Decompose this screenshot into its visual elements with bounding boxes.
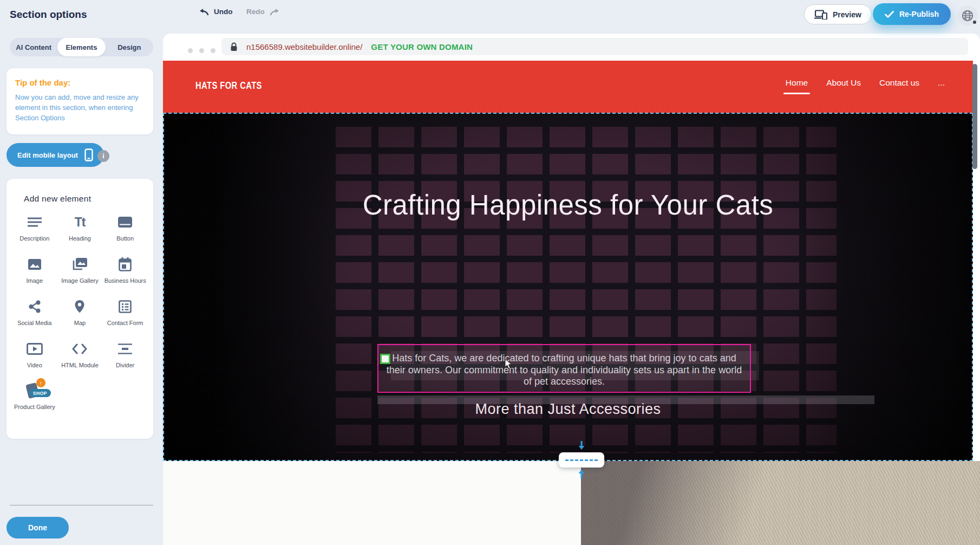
resize-arrow-down-icon: [577, 441, 586, 451]
browser-address-bar: n1566589.websitebuilder.online/ GET YOUR…: [221, 38, 968, 55]
get-domain-link[interactable]: GET YOUR OWN DOMAIN: [371, 42, 473, 51]
pavement-image: [581, 461, 980, 545]
nav-contact-us[interactable]: Contact us: [879, 78, 919, 94]
hero-heading[interactable]: Crafting Happiness for Your Cats: [245, 183, 891, 227]
site-url[interactable]: n1566589.websitebuilder.online/: [246, 42, 362, 51]
language-globe-button[interactable]: [957, 5, 978, 26]
redo-icon: [269, 8, 279, 16]
button-icon: [117, 213, 133, 231]
html-module-icon: [72, 340, 87, 358]
site-header: HATS FOR CATS Home About Us Contact us .…: [163, 61, 973, 113]
browser-traffic-dots: [188, 48, 215, 53]
upgrade-badge-icon: ↑: [36, 378, 45, 387]
preview-button[interactable]: Preview: [804, 4, 872, 24]
shop-badge: SHOP: [29, 389, 51, 397]
contact-form-icon: [119, 298, 132, 315]
element-button[interactable]: Button: [102, 213, 148, 243]
social-media-icon: [28, 298, 41, 315]
undo-icon: [199, 8, 210, 16]
tab-ai-content[interactable]: AI Content: [10, 38, 57, 56]
undo-button[interactable]: Undo: [199, 8, 233, 16]
nav-about-us[interactable]: About Us: [826, 78, 861, 94]
next-section[interactable]: [163, 461, 980, 545]
add-new-element-card: Add new element Description Tt Heading: [6, 179, 153, 439]
site-preview-frame: n1566589.websitebuilder.online/ GET YOUR…: [163, 34, 980, 545]
panel-tabs: AI Content Elements Design: [10, 38, 153, 56]
element-business-hours[interactable]: Business Hours: [102, 256, 148, 285]
phone-icon: [84, 148, 93, 161]
element-grid: Description Tt Heading Button Ima: [12, 213, 148, 411]
tip-title: Tip of the day:: [15, 78, 145, 87]
nav-home[interactable]: Home: [786, 78, 808, 94]
panel-title: Section options: [10, 9, 87, 21]
resize-dashes: [565, 459, 598, 461]
tip-of-the-day-card: Tip of the day: Now you can add, move an…: [6, 68, 153, 134]
info-icon[interactable]: i: [97, 150, 109, 162]
element-map[interactable]: Map: [57, 298, 103, 327]
element-image-gallery[interactable]: Image Gallery: [57, 256, 103, 285]
element-html-module[interactable]: HTML Module: [57, 340, 103, 369]
map-icon: [74, 298, 85, 315]
edit-mobile-layout-label: Edit mobile layout: [17, 151, 78, 159]
hero-paragraph[interactable]: Hats for Cats, we are dedicated to craft…: [386, 353, 742, 388]
mouse-cursor: [505, 359, 513, 369]
element-product-gallery[interactable]: ↑ SHOP Product Gallery: [12, 382, 57, 411]
element-heading[interactable]: Tt Heading: [57, 213, 103, 243]
element-video[interactable]: Video: [12, 340, 57, 369]
nav-more[interactable]: ...: [938, 78, 945, 94]
selected-paragraph-element[interactable]: Hats for Cats, we are dedicated to craft…: [377, 344, 751, 393]
check-icon: [885, 11, 894, 18]
sidebar-divider: [10, 505, 153, 505]
redo-button[interactable]: Redo: [246, 8, 279, 16]
globe-icon: [962, 10, 974, 22]
product-gallery-icon: ↑ SHOP: [23, 382, 47, 399]
element-description[interactable]: Description: [12, 213, 57, 243]
business-hours-icon: [119, 256, 132, 273]
add-new-element-title: Add new element: [24, 194, 91, 204]
republish-button[interactable]: Re-Publish: [873, 3, 951, 25]
edit-mobile-layout-button[interactable]: Edit mobile layout: [6, 143, 104, 167]
tip-body: Now you can add, move and resize any ele…: [15, 93, 145, 124]
element-divider[interactable]: Divider: [102, 340, 148, 369]
tab-design[interactable]: Design: [106, 38, 153, 56]
text-shadow-band: [377, 395, 874, 404]
canvas-scrollbar[interactable]: [972, 64, 977, 169]
devices-icon: [814, 10, 827, 20]
section-options-panel: Section options AI Content Elements Desi…: [0, 0, 163, 545]
site-nav: Home About Us Contact us ...: [786, 78, 945, 94]
element-image[interactable]: Image: [12, 256, 57, 285]
heading-icon: Tt: [75, 213, 86, 231]
element-contact-form[interactable]: Contact Form: [102, 298, 148, 327]
image-icon: [28, 256, 42, 273]
resize-arrow-up-icon: [577, 469, 586, 478]
image-gallery-icon: [71, 256, 88, 273]
divider-icon: [117, 340, 133, 358]
done-button[interactable]: Done: [6, 517, 69, 538]
video-icon: [27, 340, 43, 358]
element-social-media[interactable]: Social Media: [12, 298, 57, 327]
tab-elements[interactable]: Elements: [57, 38, 105, 56]
hero-section-selected[interactable]: Crafting Happiness for Your Cats More th…: [163, 113, 973, 461]
lock-icon: [230, 42, 238, 51]
website-builder-app: Section options AI Content Elements Desi…: [0, 0, 980, 545]
globe-status-dot: [973, 21, 976, 24]
description-icon: [27, 213, 42, 231]
site-logo[interactable]: HATS FOR CATS: [195, 80, 262, 92]
section-resize-handle[interactable]: [559, 452, 604, 468]
